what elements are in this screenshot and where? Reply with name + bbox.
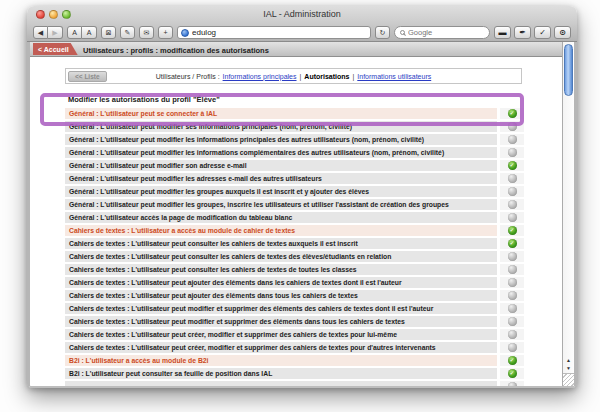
permission-row: Général : L'utilisateur peut modifier le… [65,134,524,145]
status-ball[interactable]: ✓ [508,226,517,235]
status-ball[interactable] [508,343,517,352]
permission-row: Général : L'utilisateur peut modifier se… [65,121,524,132]
status-ball[interactable]: ✓ [508,161,517,170]
toolbar-right-buttons: ▬ ✒ ✓ ⊙ [494,26,571,39]
nav-link-informations-principales[interactable]: Informations principales [223,73,297,80]
text-size-buttons: A A [67,26,97,39]
search-input[interactable] [408,28,484,37]
status-cell [500,342,524,353]
mail-button[interactable]: ✉ [139,26,154,39]
status-cell [500,277,524,288]
status-ball[interactable]: ✓ [508,369,517,378]
permission-label: Cahiers de textes : L'utilisateur peut c… [65,251,497,262]
resize-grip[interactable] [563,373,574,386]
scroll-down-arrow-icon[interactable]: ▼ [563,365,574,371]
home-tab[interactable]: < Accueil [33,43,78,55]
permission-row: Cahiers de textes : L'utilisateur peut c… [65,251,524,262]
status-cell: ✓ [500,368,524,379]
status-ball[interactable] [508,122,517,131]
check-button[interactable]: ✓ [534,26,551,39]
scroll-up-arrow-icon[interactable]: ▲ [563,357,574,363]
status-ball[interactable] [508,330,517,339]
pen-icon: ✎ [125,29,131,37]
address-bar[interactable] [177,26,371,39]
forward-button[interactable]: ▶ [48,26,63,39]
text-larger-button[interactable]: A [82,26,97,39]
permission-label: B2i : L'utilisateur a accès au module de… [65,355,497,366]
nav-links: Utilisateurs / Profils : Informations pr… [156,73,431,80]
nav-link-informations-utilisateurs[interactable]: Informations utilisateurs [357,73,431,80]
status-cell: ✓ [500,355,524,366]
permission-label: Cahiers de textes : L'utilisateur peut c… [65,342,497,353]
status-ball[interactable] [508,382,517,386]
permission-label: Cahiers de textes : L'utilisateur peut a… [65,277,497,288]
envelope-icon: ✉ [144,29,150,37]
status-cell [500,303,524,314]
compose-button[interactable]: ✎ [120,26,135,39]
nav-separator: | [300,73,302,80]
status-ball[interactable] [508,213,517,222]
reload-icon: ↻ [380,29,386,37]
status-cell: ✓ [500,108,524,119]
status-cell [500,147,524,158]
permission-label: Général : L'utilisateur accès la page de… [65,212,497,223]
status-ball[interactable] [508,174,517,183]
ink-button[interactable]: ✒ [514,26,531,39]
vertical-scrollbar[interactable]: ▲ ▼ [562,42,574,386]
status-cell: ✓ [500,225,524,236]
autofill-button[interactable]: ⊠ [101,26,116,39]
status-cell [500,316,524,327]
status-ball[interactable]: ✓ [508,356,517,365]
reload-button[interactable]: ↻ [375,26,390,39]
address-input[interactable] [192,28,370,37]
status-ball[interactable] [508,278,517,287]
autofill-icon: ⊠ [106,29,112,37]
pages-icon: ▬ [499,28,507,37]
status-ball[interactable] [508,148,517,157]
power-button[interactable]: ⊙ [554,26,571,39]
permission-row: Cahiers de textes : L'utilisateur peut a… [65,290,524,301]
status-ball[interactable] [508,291,517,300]
nav-context-label: Utilisateurs / Profils : [156,73,220,80]
pages-button[interactable]: ▬ [494,26,511,39]
browser-window: IAL - Administration ◀ ▶ A A ⊠ ✎ ✉ + ↻ [27,6,577,388]
status-cell [500,186,524,197]
permission-row: Général : L'utilisateur peut se connecte… [65,108,524,119]
status-ball[interactable] [508,187,517,196]
status-ball[interactable] [508,265,517,274]
search-icon [400,30,405,35]
permission-row: B2i : L'utilisateur a accès au module de… [65,355,524,366]
status-ball[interactable]: ✓ [508,239,517,248]
permission-row: Général : L'utilisateur accès la page de… [65,212,524,223]
back-button[interactable]: ◀ [33,26,48,39]
section-nav: << Liste Utilisateurs / Profils : Inform… [65,68,522,84]
permission-row: Cahiers de textes : L'utilisateur peut c… [65,342,524,353]
status-cell: ✓ [500,238,524,249]
status-cell: ✓ [500,160,524,171]
status-ball[interactable] [508,135,517,144]
breadcrumb-title: Utilisateurs : profils : modification de… [83,46,269,55]
breadcrumb: < Accueil Utilisateurs : profils : modif… [30,42,562,57]
permission-row: Général : L'utilisateur peut modifier so… [65,160,524,171]
add-bookmark-button[interactable]: + [158,26,173,39]
back-to-list-button[interactable]: << Liste [68,71,107,82]
scrollbar-thumb[interactable] [564,44,573,96]
history-buttons: ◀ ▶ [33,26,63,39]
check-icon: ✓ [539,28,546,37]
search-field[interactable] [394,26,490,39]
status-ball[interactable] [508,304,517,313]
status-ball[interactable] [508,317,517,326]
permission-label: Général : L'utilisateur peut modifier so… [65,160,497,171]
permission-row: Cahiers de textes : L'utilisateur a accè… [65,225,524,236]
permissions-list: Général : L'utilisateur peut se connecte… [65,108,524,386]
status-ball[interactable]: ✓ [508,109,517,118]
title-bar[interactable]: IAL - Administration [27,6,577,23]
status-cell [500,329,524,340]
permission-label: Cahiers de textes : L'utilisateur a accè… [65,225,497,236]
permission-row: Cahiers de textes : L'utilisateur peut c… [65,238,524,249]
status-ball[interactable] [508,252,517,261]
permission-row [65,381,524,386]
status-ball[interactable] [508,200,517,209]
status-cell [500,121,524,132]
text-smaller-button[interactable]: A [67,26,82,39]
